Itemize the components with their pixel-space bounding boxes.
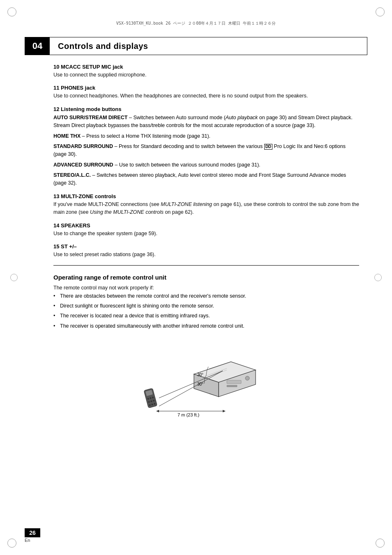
sub-section-advanced-surround: ADVANCED SURROUND – Use to switch betwee… bbox=[53, 161, 359, 169]
left-edge-mark bbox=[10, 274, 18, 281]
section-15: 15 ST +/– Use to select preset radio sta… bbox=[53, 243, 359, 259]
corner-mark-tr bbox=[372, 7, 385, 20]
svg-rect-5 bbox=[227, 385, 237, 387]
sub-label-home-thx: HOME THX bbox=[53, 133, 81, 139]
sub-section-auto-surr: AUTO SURR/STREAM DIRECT – Switches betwe… bbox=[53, 114, 359, 130]
section-10-heading: 10 MCACC SETUP MIC jack bbox=[53, 64, 359, 70]
section-13-heading: 13 MULTI-ZONE controls bbox=[53, 193, 359, 199]
sub-label-stereo-alc: STEREO/A.L.C. bbox=[53, 172, 91, 178]
corner-mark-br bbox=[372, 535, 385, 548]
svg-rect-4 bbox=[227, 380, 241, 384]
sub-body-stereo-alc: – Switches between stereo playback, Auto… bbox=[53, 172, 346, 186]
corner-mark-bl bbox=[7, 535, 20, 548]
section-11-body: Use to connect headphones. When the head… bbox=[53, 92, 359, 100]
svg-marker-24 bbox=[156, 410, 159, 412]
bullet-3: The receiver is located near a device th… bbox=[53, 312, 359, 320]
section-14-heading: 14 SPEAKERS bbox=[53, 222, 359, 229]
sub-section-stereo-alc: STEREO/A.L.C. – Switches between stereo … bbox=[53, 171, 359, 187]
section-15-body: Use to select preset radio stations (pag… bbox=[53, 251, 359, 259]
bullet-4: The receiver is operated simultaneously … bbox=[53, 322, 359, 330]
page-number: 26 bbox=[25, 528, 40, 537]
page-number-area: 26 En bbox=[25, 528, 40, 543]
svg-point-3 bbox=[245, 376, 249, 380]
operating-range-heading: Operating range of remote control unit bbox=[53, 274, 359, 281]
diagram-area: 30° 30° 7 m (23 ft.) bbox=[53, 339, 359, 417]
section-10: 10 MCACC SETUP MIC jack Use to connect t… bbox=[53, 64, 359, 79]
section-11: 11 PHONES jack Use to connect headphones… bbox=[53, 85, 359, 100]
operating-range-intro: The remote control may not work properly… bbox=[53, 284, 359, 292]
sub-section-home-thx: HOME THX – Press to select a Home THX li… bbox=[53, 132, 359, 140]
operating-range-bullets: There are obstacles between the remote c… bbox=[53, 292, 359, 331]
section-13-body: If you've made MULTI-ZONE connections (s… bbox=[53, 201, 359, 217]
svg-text:30°: 30° bbox=[197, 372, 203, 377]
section-10-body: Use to connect the supplied microphone. bbox=[53, 71, 359, 79]
bullet-1: There are obstacles between the remote c… bbox=[53, 292, 359, 300]
chapter-number: 04 bbox=[25, 37, 50, 55]
page-container: VSX-9130TXH_KU.book 26 ページ ２０08年４月１７日 木曜… bbox=[0, 0, 392, 555]
svg-text:30°: 30° bbox=[197, 382, 203, 386]
corner-mark-tl bbox=[7, 7, 20, 20]
sub-label-standard-surround: STANDARD SURROUND bbox=[53, 143, 113, 149]
section-14-body: Use to change the speaker system (page 5… bbox=[53, 230, 359, 238]
divider bbox=[53, 265, 359, 266]
header-bar: 04 Controls and displays bbox=[25, 37, 367, 55]
sub-label-auto-surr: AUTO SURR/STREAM DIRECT bbox=[53, 115, 127, 120]
remote-control-diagram: 30° 30° 7 m (23 ft.) bbox=[136, 345, 276, 417]
section-12: 12 Listening mode buttons AUTO SURR/STRE… bbox=[53, 106, 359, 187]
section-12-heading: 12 Listening mode buttons bbox=[53, 106, 359, 112]
sub-label-advanced-surround: ADVANCED SURROUND bbox=[53, 162, 113, 168]
operating-range-section: Operating range of remote control unit T… bbox=[53, 274, 359, 330]
top-meta: VSX-9130TXH_KU.book 26 ページ ２０08年４月１７日 木曜… bbox=[25, 21, 367, 26]
svg-marker-25 bbox=[223, 410, 226, 412]
section-15-heading: 15 ST +/– bbox=[53, 243, 359, 250]
section-14: 14 SPEAKERS Use to change the speaker sy… bbox=[53, 222, 359, 238]
sub-section-standard-surround: STANDARD SURROUND – Press for Standard d… bbox=[53, 143, 359, 159]
bullet-2: Direct sunlight or fluorescent light is … bbox=[53, 302, 359, 310]
sub-body-advanced-surround: – Use to switch between the various surr… bbox=[115, 162, 260, 168]
right-edge-mark bbox=[374, 274, 382, 281]
content-area: 10 MCACC SETUP MIC jack Use to connect t… bbox=[53, 64, 359, 417]
page-lang: En bbox=[25, 538, 30, 543]
section-13: 13 MULTI-ZONE controls If you've made MU… bbox=[53, 193, 359, 217]
svg-text:7 m (23 ft.): 7 m (23 ft.) bbox=[178, 412, 199, 417]
sub-body-home-thx: – Press to select a Home THX listening m… bbox=[82, 133, 210, 139]
section-11-heading: 11 PHONES jack bbox=[53, 85, 359, 91]
chapter-title: Controls and displays bbox=[50, 42, 148, 51]
dolby-symbol: DD bbox=[264, 144, 272, 150]
